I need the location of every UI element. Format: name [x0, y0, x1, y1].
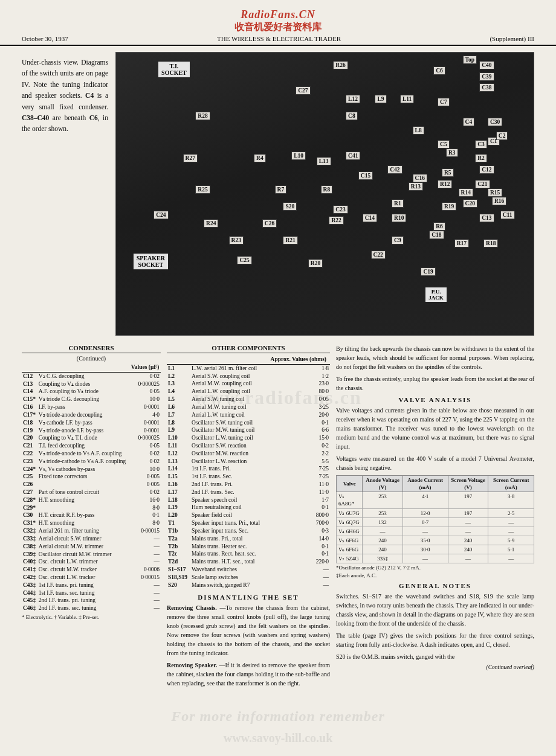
other-row: T1bSpeaker input trans. Sec.0·3 — [167, 527, 330, 535]
condenser-row: C40‡Osc. circuit L.W. trimmer— — [22, 558, 161, 566]
valve-sv: — — [448, 554, 488, 563]
label-r8: R8 — [321, 185, 333, 194]
general-notes-text1: Switches. S1–S17 are the waveband switch… — [336, 592, 534, 628]
label-r7: R7 — [275, 185, 287, 194]
cond-desc: Osc. circuit L.W. tracker — [37, 574, 129, 581]
other-row: L10Oscillator L.W. tuning coil15·0 — [167, 434, 330, 442]
watermark-bottom1: For more information remember — [0, 708, 556, 725]
other-row: S1–S17Waveband switches— — [167, 566, 330, 574]
cond-desc: T.I. feed decoupling — [37, 442, 129, 450]
cond-ref: C45‡ — [22, 597, 37, 604]
valve-intro: Valve voltages and currents given in the… — [336, 406, 534, 451]
removing-chassis-para: Removing Chassis. —To remove the chassis… — [167, 603, 330, 658]
cond-val: 8·0 — [129, 519, 161, 527]
condenser-row: C18V₃ cathode I.F. by-pass0·0001 — [22, 419, 161, 427]
cond-desc: V₃ cathode I.F. by-pass — [37, 419, 129, 427]
other-row: L12Oscillator M.W. reaction2·2 — [167, 450, 330, 458]
other-val: 1·7 — [267, 496, 330, 504]
condensers-column: CONDENSERS (Continued) Values (μF) C12V₂… — [22, 344, 161, 691]
valve-ac: — — [402, 554, 448, 563]
label-c27: C27 — [296, 86, 310, 95]
other-desc: Aerial L.W. coupling coil — [190, 388, 267, 396]
cond-val: — — [129, 558, 161, 566]
condenser-row: C28*H.T. smoothing16·0 — [22, 496, 161, 504]
condenser-row: C41‡Osc. circuit M.W. tracker0·0006 — [22, 566, 161, 574]
valve-ac: 30·0 — [402, 545, 448, 554]
cond-desc: Coupling to V₄ T.I. diode — [37, 434, 129, 442]
label-c24: C24 — [154, 211, 168, 219]
valve-footnote2: ‡Each anode, A.C. — [336, 572, 534, 578]
valve-name: V₆ 6F6G — [337, 545, 363, 554]
condenser-row: C44‡1st I.F. trans. sec. tuning— — [22, 589, 161, 597]
other-val: 700·0 — [267, 519, 330, 527]
valve-row: V₄ 6H6G———— — [337, 527, 534, 536]
cond-ref: C21 — [22, 442, 37, 450]
label-l11: L11 — [400, 95, 414, 103]
other-ref: L17 — [167, 489, 190, 496]
other-row: L162nd I.F. trans. Pri.11·0 — [167, 481, 330, 489]
condenser-row: C42‡Osc. circuit L.W. tracker0·00015 — [22, 574, 161, 581]
sidebar-paragraph: Under-chassis view. Diagrams of the swit… — [22, 57, 108, 135]
label-r21: R21 — [283, 236, 297, 245]
other-val: 7·25 — [267, 473, 330, 481]
cond-ref: C30 — [22, 511, 37, 519]
label-r6: R6 — [433, 222, 445, 231]
label-s20: S20 — [283, 202, 297, 211]
other-desc: Mains trans. Pri., total — [190, 535, 267, 543]
condensers-footnote: * Electrolytic. † Variable. ‡ Pre-set. — [22, 614, 161, 620]
other-ref: L1 — [167, 364, 190, 372]
cond-desc — [37, 481, 129, 489]
label-c25: C25 — [237, 256, 251, 264]
valve-row: V₆ 6F6G24030·02405·1 — [337, 545, 534, 554]
other-val: 0·2 — [267, 442, 330, 450]
other-desc: Aerial S.W. tuning coil — [190, 396, 267, 403]
valve-av: 240 — [363, 545, 402, 554]
cond-val: 0·02 — [129, 489, 161, 496]
valve-row: V₇ 5Z4G335‡——— — [337, 554, 534, 563]
valve-name: V₁ 6A8G* — [337, 492, 363, 508]
other-ref: L7 — [167, 411, 190, 419]
other-ref: S1–S17 — [167, 566, 190, 574]
other-desc: Hum neutralising coil — [190, 504, 267, 511]
other-ref: L2 — [167, 373, 190, 380]
label-l12: L12 — [346, 95, 360, 103]
other-desc: L.W. aerial 261 m. filter coil — [190, 364, 267, 372]
condenser-row: C45‡2nd I.F. trans. pri. tuning— — [22, 597, 161, 604]
other-desc: Speaker input trans. Pri., total — [190, 519, 267, 527]
other-row: S20Mains switch, ganged R7— — [167, 581, 330, 589]
watermark-bottom2: www.savoy-hill.co.uk — [0, 731, 556, 745]
cond-desc: V₂ C.G. decoupling — [37, 372, 129, 380]
preamble1: By tilting the back upwards the chassis … — [336, 344, 534, 371]
other-row: L151st I.F. trans. Sec.7·25 — [167, 473, 330, 481]
cond-ref: C12 — [22, 372, 37, 380]
other-val: 11·0 — [267, 481, 330, 489]
dismantling-heading: DISMANTLING THE SET — [167, 594, 330, 601]
cond-val: 0·000025 — [129, 380, 161, 388]
other-ref: L19 — [167, 504, 190, 511]
cond-ref: C19 — [22, 427, 37, 435]
other-row: L18Speaker speech coil1·7 — [167, 496, 330, 504]
valve-av: 240 — [363, 536, 402, 545]
cond-ref: C26 — [22, 481, 37, 489]
header-date: October 30, 1937 — [22, 35, 68, 42]
valve-av: 253 — [363, 508, 402, 517]
other-desc: 1st I.F. trans. Pri. — [190, 465, 267, 473]
label-pu-jack: P.U.JACK — [425, 287, 447, 303]
valve-sc: — — [488, 527, 534, 536]
other-row: S18,S19Scale lamp switches— — [167, 574, 330, 581]
other-val: 0·3 — [267, 527, 330, 535]
condenser-row: C25Fixed tone correctors0·005 — [22, 473, 161, 481]
other-ref: S18,S19 — [167, 574, 190, 581]
label-c7: C7 — [438, 98, 450, 106]
other-val: 800·0 — [267, 511, 330, 519]
label-r4: R4 — [254, 154, 266, 162]
label-r20: R20 — [308, 259, 323, 267]
other-val: 2·2 — [267, 450, 330, 458]
label-c9: C9 — [392, 236, 404, 245]
cond-desc — [37, 504, 129, 512]
cond-ref: C32‡ — [22, 527, 37, 535]
other-ref: L6 — [167, 403, 190, 411]
other-desc: Oscillator L.W. tuning coil — [190, 434, 267, 442]
label-c2: C2 — [496, 132, 508, 140]
condenser-row: C31*H.T. smoothing8·0 — [22, 519, 161, 527]
